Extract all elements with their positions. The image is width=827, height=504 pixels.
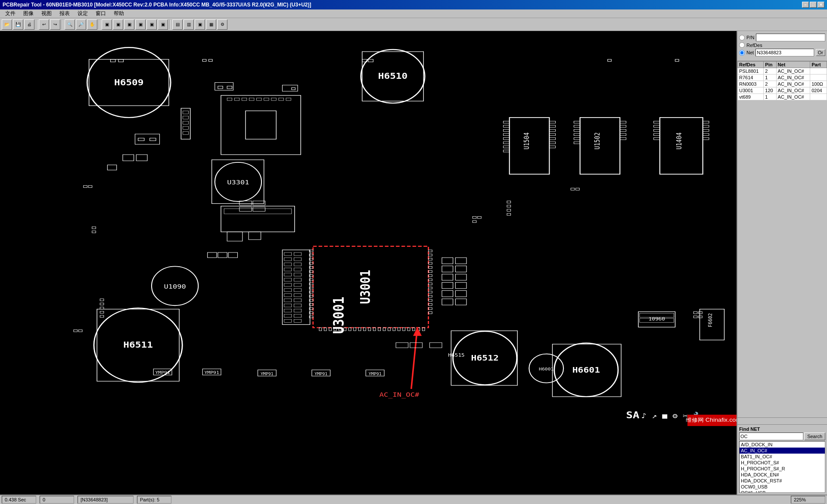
net-list-item[interactable]: H_PROCHOT_S#_R <box>740 466 825 472</box>
svg-rect-105 <box>309 274 313 277</box>
maximize-button[interactable]: □ <box>810 2 817 8</box>
net-list-item[interactable]: HDA_DOCK_RST# <box>740 478 825 484</box>
net-search-input[interactable] <box>755 49 814 56</box>
svg-rect-253 <box>253 207 265 212</box>
table-row[interactable]: RN00032AC_IN_OC#100Ω <box>738 81 827 87</box>
tool-9[interactable]: ▦ <box>206 19 216 30</box>
radio-refdes[interactable] <box>739 42 745 48</box>
svg-rect-150 <box>407 328 410 331</box>
tool-10[interactable]: ⚙ <box>217 19 227 30</box>
find-net-input[interactable] <box>739 432 803 440</box>
menu-report[interactable]: 报表 <box>56 9 73 18</box>
close-button[interactable]: ✕ <box>818 2 824 8</box>
svg-rect-109 <box>309 291 313 293</box>
svg-rect-223 <box>284 258 292 261</box>
svg-rect-37 <box>549 129 555 131</box>
radio-pn[interactable] <box>739 35 745 40</box>
svg-rect-257 <box>700 309 724 340</box>
tool-3[interactable]: ▣ <box>135 19 146 30</box>
svg-rect-127 <box>429 295 432 297</box>
menu-file[interactable]: 文件 <box>2 9 19 18</box>
menu-image[interactable]: 图像 <box>20 9 37 18</box>
net-list-item[interactable]: H_PROCHOT_S# <box>740 460 825 466</box>
or-button[interactable]: Or <box>816 49 825 56</box>
menu-window[interactable]: 窗口 <box>92 9 109 18</box>
svg-text:YMP91: YMP91 <box>204 370 219 375</box>
menu-settings[interactable]: 设定 <box>74 9 91 18</box>
svg-rect-227 <box>284 278 292 281</box>
svg-rect-129 <box>429 303 432 305</box>
svg-rect-151 <box>413 328 415 331</box>
net-list-item[interactable]: OC#1_USB <box>740 490 825 493</box>
svg-rect-113 <box>309 308 313 310</box>
svg-rect-231 <box>284 299 292 302</box>
svg-point-63 <box>215 162 261 202</box>
tool-redo[interactable]: ↪ <box>50 19 60 30</box>
results-table[interactable]: RefDes Pin Net Part PSL88012AC_IN_OC#R76… <box>737 61 827 240</box>
table-cell-pin: 2 <box>764 68 776 75</box>
svg-rect-137 <box>344 328 346 331</box>
tool-2[interactable]: ▣ <box>124 19 134 30</box>
table-row[interactable]: PSL88012AC_IN_OC# <box>738 68 827 75</box>
table-row[interactable]: R76141AC_IN_OC# <box>738 75 827 81</box>
radio-net[interactable] <box>739 50 745 56</box>
tool-undo[interactable]: ↩ <box>39 19 49 30</box>
svg-rect-251 <box>253 201 265 205</box>
svg-rect-248 <box>294 314 302 317</box>
svg-rect-81 <box>234 98 239 100</box>
net-list[interactable]: A/D_DOCK_INAC_IN_OC#BAT1_IN_OC#H_PROCHOT… <box>739 441 825 493</box>
table-cell-net: AC_IN_OC# <box>776 94 810 100</box>
table-row[interactable]: vt6891AC_IN_OC# <box>738 94 827 100</box>
svg-rect-57 <box>654 137 660 140</box>
net-list-item[interactable]: BAT1_IN_OC# <box>740 454 825 460</box>
pn-input[interactable] <box>756 34 825 41</box>
svg-rect-149 <box>403 328 405 331</box>
tool-select[interactable]: ▣ <box>102 19 112 30</box>
svg-rect-34 <box>504 150 510 152</box>
svg-rect-79 <box>246 111 276 139</box>
status-bar: 0.438 Sec 0 [N33648823] Part(s): 5 225% <box>0 495 827 504</box>
svg-rect-42 <box>574 121 580 123</box>
net-list-item[interactable]: OCW0_USB <box>740 484 825 490</box>
menu-view[interactable]: 视图 <box>38 9 55 18</box>
svg-text:U3301: U3301 <box>227 179 249 186</box>
svg-rect-96 <box>313 246 429 328</box>
svg-rect-27 <box>504 121 510 123</box>
tool-print[interactable]: 🖨 <box>24 19 34 30</box>
radio-net-label: Net <box>746 50 754 55</box>
right-scrollbar[interactable] <box>737 417 827 424</box>
find-net-button[interactable]: Search <box>804 432 825 440</box>
menu-help[interactable]: 帮助 <box>110 9 127 18</box>
table-cell-net: AC_IN_OC# <box>776 75 810 81</box>
tool-1[interactable]: ▣ <box>113 19 123 30</box>
tool-save[interactable]: 💾 <box>13 19 23 30</box>
net-list-item[interactable]: HDA_DOCK_EN# <box>740 472 825 478</box>
svg-rect-178 <box>366 370 384 376</box>
tool-open[interactable]: 📂 <box>2 19 12 30</box>
svg-rect-65 <box>212 160 264 204</box>
svg-rect-77 <box>183 131 189 134</box>
search-section: P/N RefDes Net Or <box>737 31 827 61</box>
svg-rect-148 <box>398 328 400 331</box>
svg-rect-71 <box>107 165 116 170</box>
tool-6[interactable]: ▤ <box>172 19 183 30</box>
tool-pan[interactable]: ✋ <box>87 19 97 30</box>
minimize-button[interactable]: − <box>802 2 809 8</box>
net-list-item[interactable]: A/D_DOCK_IN <box>740 442 825 448</box>
net-list-item[interactable]: AC_IN_OC# <box>740 448 825 454</box>
svg-rect-134 <box>329 328 332 331</box>
tool-4[interactable]: ▣ <box>146 19 157 30</box>
pcb-canvas[interactable]: H6509 H6510 U1504 U1504 U1502 U1404 <box>0 31 737 495</box>
svg-rect-212 <box>455 266 466 272</box>
svg-marker-155 <box>413 327 422 336</box>
tool-zoom-in[interactable]: 🔍 <box>65 19 75 30</box>
svg-rect-200 <box>693 312 697 314</box>
tool-zoom-out[interactable]: 🔎 <box>76 19 86 30</box>
table-row[interactable]: U3001120AC_IN_OC#0204 <box>738 87 827 94</box>
tool-5[interactable]: ▣ <box>158 19 168 30</box>
toolbar: 📂 💾 🖨 ↩ ↪ 🔍 🔎 ✋ ▣ ▣ ▣ ▣ ▣ ▣ ▤ ▥ ▣ ▦ ⚙ <box>0 18 827 31</box>
tool-7[interactable]: ▥ <box>183 19 194 30</box>
svg-rect-107 <box>309 283 313 285</box>
svg-rect-197 <box>507 213 511 215</box>
tool-8[interactable]: ▣ <box>195 19 205 30</box>
